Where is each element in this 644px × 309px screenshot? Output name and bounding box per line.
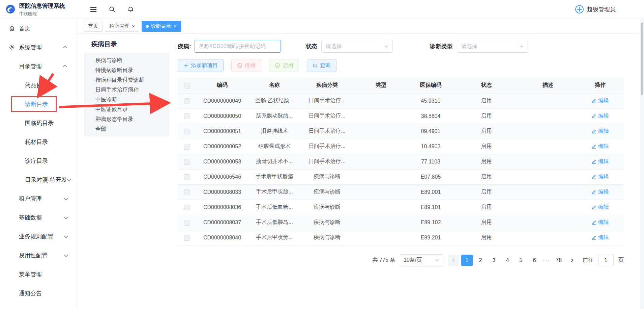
row-checkbox[interactable] [184, 144, 189, 150]
edit-button[interactable]: 编辑 [591, 219, 609, 226]
sidebar-item-catalog-management[interactable]: 目录管理 [0, 57, 76, 76]
table-body: CD0000000049空肠-乙状结肠...日间手术治疗...45.9310启用… [178, 93, 624, 245]
row-checkbox[interactable] [184, 129, 189, 134]
edit-button[interactable]: 编辑 [591, 234, 609, 241]
row-checkbox[interactable] [184, 159, 189, 165]
sidebar-item-label: 耗材目录 [25, 138, 48, 146]
row-checkbox[interactable] [184, 174, 189, 180]
edit-button[interactable]: 编辑 [591, 158, 609, 165]
disease-filter-label: 疾病: [178, 43, 191, 50]
pagination-prev-button[interactable] [448, 255, 459, 266]
tab-close-icon[interactable]: × [174, 24, 177, 29]
vertical-scrollbar-thumb[interactable] [641, 23, 643, 95]
work-area: 疾病: 状态 请选择 诊断类型 请选择 [178, 38, 624, 309]
operation-cell: 编辑 [577, 215, 624, 230]
edit-button[interactable]: 编辑 [591, 112, 609, 120]
sidebar-item-business-rules[interactable]: 业务规则配置 [0, 227, 76, 246]
code-cell: CD0000008037 [196, 215, 249, 230]
page-unit-label: 页 [618, 257, 624, 264]
code-cell: CD0000000053 [196, 154, 249, 169]
catalog-item[interactable]: 中医证候目录 [84, 104, 169, 114]
table-header-row: 编码名称疾病分类类型医保编码状态描述操作 [178, 78, 624, 93]
tab-department-management[interactable]: 科室管理× [105, 21, 139, 32]
sidebar-item-drug-catalog[interactable]: 药品目录 [0, 76, 76, 95]
status-cell: 启用 [453, 139, 519, 154]
catalog-item[interactable]: 疾病与诊断 [84, 55, 169, 65]
edit-icon [591, 220, 596, 225]
status-select[interactable]: 请选择 [321, 40, 393, 53]
tab-diagnosis-catalog[interactable]: 诊断目录× [142, 21, 181, 32]
pagination-page-4[interactable]: 4 [502, 255, 513, 266]
column-header: 操作 [577, 78, 624, 93]
catalog-item[interactable]: 按病种目录付费诊断 [84, 75, 169, 85]
page-size-select[interactable]: 10条/页 [400, 254, 443, 266]
edit-button[interactable]: 编辑 [591, 97, 609, 104]
tab-home[interactable]: 首页 [84, 21, 103, 32]
type-cell [354, 215, 408, 230]
sidebar-item-diagnosis-catalog[interactable]: 诊断目录 [0, 95, 76, 113]
catalog-item[interactable]: 日间手术治疗病种 [84, 85, 169, 95]
row-checkbox[interactable] [184, 98, 189, 104]
user-menu[interactable]: 超级管理员 [575, 5, 644, 14]
disease-search-input[interactable] [195, 40, 281, 53]
query-button[interactable]: 查询 [307, 59, 336, 72]
sidebar-item-label: 易用性配置 [19, 252, 48, 259]
edit-button[interactable]: 编辑 [591, 173, 609, 180]
operation-cell: 编辑 [577, 93, 624, 108]
pagination-page-2[interactable]: 2 [475, 255, 486, 266]
pagination-page-1[interactable]: 1 [461, 255, 473, 266]
pagination-page-78[interactable]: 78 [553, 255, 564, 266]
row-checkbox[interactable] [184, 113, 189, 119]
table-row: CD0000006546手术后甲状腺瘘疾病与诊断E07.805启用编辑 [178, 169, 624, 184]
status-cell: 启用 [453, 215, 519, 230]
enable-button[interactable]: 启用 [269, 59, 299, 72]
row-checkbox[interactable] [184, 189, 189, 195]
sidebar-item-usability-config[interactable]: 易用性配置 [0, 246, 76, 265]
operation-cell: 编辑 [577, 169, 624, 184]
insurance-code-cell: 09.4901 [408, 124, 453, 139]
sidebar-item-treatment-catalog[interactable]: 诊疗目录 [0, 151, 76, 170]
pagination-page-3[interactable]: 3 [488, 255, 500, 266]
catalog-item[interactable]: 肿瘤形态学目录 [84, 114, 169, 124]
sidebar-item-menu-management[interactable]: 菜单管理 [0, 265, 76, 284]
pagination-page-5[interactable]: 5 [515, 255, 527, 266]
disable-button[interactable]: 停用 [231, 59, 261, 72]
goto-page-input[interactable] [598, 255, 614, 266]
row-checkbox[interactable] [184, 220, 189, 226]
catalog-item[interactable]: 全部 [84, 124, 169, 134]
operation-cell: 编辑 [577, 154, 624, 169]
pagination-next-button[interactable] [566, 255, 578, 266]
edit-button[interactable]: 编辑 [591, 128, 609, 135]
sidebar-item-tenant-management[interactable]: 租户管理 [0, 189, 76, 208]
sidebar-item-notice[interactable]: 通知公告 [0, 284, 76, 303]
select-all-checkbox[interactable] [184, 83, 189, 88]
catalog-title: 疾病目录 [84, 38, 169, 53]
sidebar-item-basic-data[interactable]: 基础数据 [0, 208, 76, 227]
pagination-page-6[interactable]: 6 [529, 255, 540, 266]
category-cell: 疾病与诊断 [300, 230, 354, 245]
search-icon[interactable] [109, 6, 116, 13]
sidebar-item-national-code-catalog[interactable]: 国临码目录 [0, 113, 76, 132]
pagination-ellipsis[interactable]: ··· [542, 257, 551, 263]
operation-cell: 编辑 [577, 230, 624, 245]
operation-cell: 编辑 [577, 108, 624, 124]
edit-button[interactable]: 编辑 [591, 188, 609, 196]
operation-cell: 编辑 [577, 139, 624, 154]
bell-icon[interactable] [127, 6, 134, 13]
add-item-button[interactable]: 添加新项目 [178, 59, 224, 72]
status-filter-label: 状态 [306, 43, 317, 50]
sidebar-item-label: 通知公告 [19, 289, 42, 297]
edit-button[interactable]: 编辑 [591, 143, 609, 150]
sidebar-item-consumables-catalog[interactable]: 耗材目录 [0, 132, 76, 151]
catalog-item[interactable]: 特慢病诊断目录 [84, 65, 169, 75]
sidebar-item-catalog-mapping[interactable]: 目录对照-待开发 [0, 170, 76, 189]
row-checkbox[interactable] [184, 235, 189, 241]
diagnosis-type-select[interactable]: 请选择 [457, 40, 528, 53]
catalog-item[interactable]: 中医诊断 [84, 95, 169, 104]
sidebar-item-home[interactable]: 首页 [0, 19, 76, 38]
edit-button[interactable]: 编辑 [591, 204, 609, 211]
sidebar-item-system-management[interactable]: 系统管理 [0, 38, 76, 57]
collapse-sidebar-icon[interactable] [90, 6, 97, 13]
row-checkbox[interactable] [184, 205, 189, 210]
tab-close-icon[interactable]: × [132, 24, 135, 29]
